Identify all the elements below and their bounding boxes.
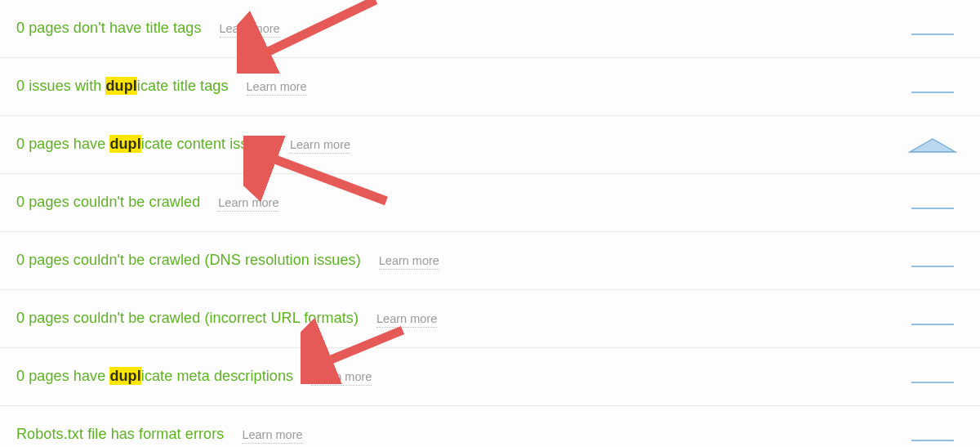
sparkline-flat-icon (908, 252, 957, 270)
sparkline-flat-icon (908, 310, 957, 328)
sparkline-flat-icon (908, 368, 957, 386)
issue-row: 0 pages have duplicate meta descriptions… (0, 348, 980, 406)
issue-link[interactable]: 0 pages don't have title tags (16, 20, 202, 38)
issue-row: 0 pages don't have title tagsLearn more (0, 0, 980, 58)
issue-row: 0 pages couldn't be crawled (incorrect U… (0, 290, 980, 348)
sparkline-area-icon (908, 136, 957, 154)
learn-more-link[interactable]: Learn more (311, 371, 372, 386)
sparkline-flat-icon (908, 78, 957, 96)
issue-row: 0 issues with duplicate title tagsLearn … (0, 58, 980, 116)
issue-row: Robots.txt file has format errorsLearn m… (0, 406, 980, 447)
issue-link[interactable]: 0 pages couldn't be crawled (incorrect U… (16, 310, 359, 328)
sparkline-flat-icon (908, 194, 957, 212)
learn-more-link[interactable]: Learn more (218, 197, 278, 212)
sparkline-flat-icon (908, 426, 957, 444)
learn-more-link[interactable]: Learn more (242, 429, 302, 444)
issue-link[interactable]: Robots.txt file has format errors (16, 426, 224, 444)
issue-row: 0 pages have duplicate content issuesLea… (0, 116, 980, 174)
learn-more-link[interactable]: Learn more (290, 139, 350, 154)
issue-link[interactable]: 0 pages have duplicate meta descriptions (16, 368, 293, 386)
learn-more-link[interactable]: Learn more (247, 81, 307, 96)
issue-row: 0 pages couldn't be crawledLearn more (0, 174, 980, 232)
issue-link[interactable]: 0 pages couldn't be crawled (16, 194, 200, 212)
learn-more-link[interactable]: Learn more (220, 23, 280, 38)
issue-row: 0 pages couldn't be crawled (DNS resolut… (0, 232, 980, 290)
learn-more-link[interactable]: Learn more (379, 255, 439, 270)
issue-link[interactable]: 0 pages couldn't be crawled (DNS resolut… (16, 252, 361, 270)
sparkline-flat-icon (908, 20, 957, 38)
learn-more-link[interactable]: Learn more (376, 313, 437, 328)
issue-link[interactable]: 0 issues with duplicate title tags (16, 78, 229, 96)
issue-link[interactable]: 0 pages have duplicate content issues (16, 136, 272, 154)
